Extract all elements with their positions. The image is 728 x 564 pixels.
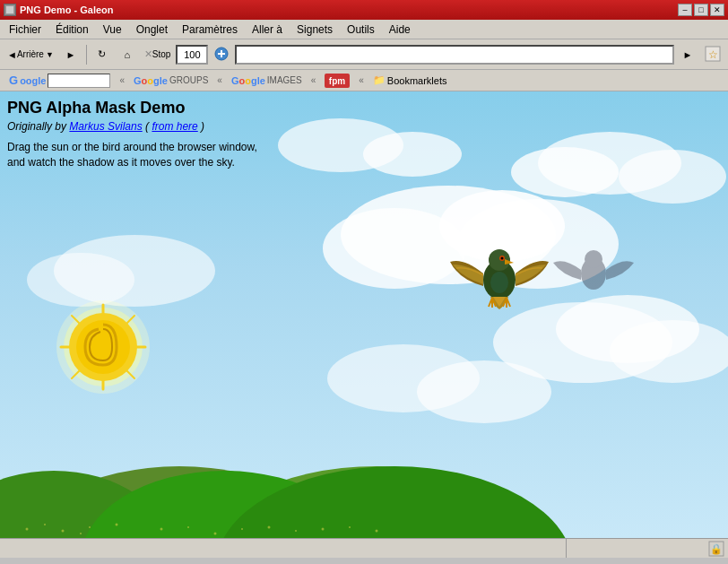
menu-aller-a[interactable]: Aller à [245,22,290,38]
window-title: PNG Demo - Galeon [20,4,114,15]
home-icon: ⌂ [125,49,131,60]
svg-point-56 [241,528,243,530]
page-title: PNG Alpha Mask Demo [7,99,185,117]
minimize-button[interactable]: – [678,4,692,16]
svg-point-55 [214,533,217,535]
bookmark-bookmarklets[interactable]: 📁 Bookmarklets [368,73,453,88]
stop-button[interactable]: ✕ Stop [141,43,175,66]
titlebar: PNG Demo - Galeon – □ ✕ [0,0,728,20]
instructions-line1: Drag the sun or the bird around the brow… [7,141,257,153]
menu-parametres[interactable]: Paramètres [175,22,245,38]
instructions: Drag the sun or the bird around the brow… [7,140,257,170]
google-logo: G [9,74,18,87]
toolbar-separator-1 [86,45,87,65]
separator-arrow-4: « [359,75,364,85]
url-input[interactable]: http://www.mozilla.org/start/1.0/demos/e… [235,45,674,65]
dropdown-icon[interactable]: ▼ [46,50,54,59]
home-button[interactable]: ⌂ [116,43,139,66]
svg-point-48 [44,524,46,525]
svg-point-13 [511,147,619,197]
google-groups-logo: Google [134,75,168,86]
go-arrow-icon: ► [683,49,693,60]
svg-point-15 [363,132,462,177]
menu-vue[interactable]: Vue [96,22,129,38]
toolbar: ◄ Arrière ▼ ► ↻ ⌂ ✕ Stop http://www.mozi… [0,39,728,70]
svg-text:☆: ☆ [708,48,718,61]
svg-point-53 [160,528,163,531]
bookmark-google-groups[interactable]: Google GROUPS [128,74,213,88]
svg-point-57 [268,526,271,529]
groups-label: GROUPS [169,75,208,85]
svg-point-52 [80,533,82,534]
bookmarklets-label: Bookmarklets [387,75,447,86]
svg-point-49 [62,530,65,533]
back-icon: ◄ [7,49,17,60]
eagle-element[interactable] [446,230,553,320]
svg-point-51 [116,524,118,526]
menu-edition[interactable]: Édition [48,22,96,38]
titlebar-left: PNG Demo - Galeon [4,4,114,16]
titlebar-buttons[interactable]: – □ ✕ [678,4,724,16]
svg-point-39 [490,272,508,293]
bookmark-fpm[interactable]: fpm [319,72,355,90]
shadow-bird [553,239,634,302]
svg-point-47 [26,528,29,531]
menu-aide[interactable]: Aide [382,22,418,38]
bookmark-star-button[interactable]: ☆ [701,43,724,66]
statusbar: 🔒 [0,538,728,558]
stop-icon: ✕ [144,48,152,60]
separator-arrow-2: « [217,75,222,85]
author-prefix: Originally by [7,120,69,133]
bookmark-icon [214,47,229,63]
svg-text:fpm: fpm [329,76,345,86]
google-label: oogle [20,75,46,86]
status-icon: 🔒 [708,541,724,557]
bookmarks-bar: G oogle « Google GROUPS « Google IMAGES … [0,70,728,91]
menu-outils[interactable]: Outils [340,22,382,38]
separator-arrow-1: « [119,75,125,85]
svg-text:🔒: 🔒 [710,542,723,555]
bookmark-google-images[interactable]: Google IMAGES [226,74,308,88]
from-here-link[interactable]: from here [152,120,197,133]
google-images-logo: Google [231,75,265,86]
svg-point-20 [556,295,699,363]
zoom-input[interactable] [176,45,208,65]
author-line: Originally by Markus Svilans ( from here… [7,120,204,133]
google-input [48,74,110,88]
svg-point-12 [619,150,726,204]
svg-point-50 [89,526,91,528]
close-button[interactable]: ✕ [710,4,724,16]
forward-button[interactable]: ► [59,43,82,66]
hills-layer [0,412,728,538]
bookmark-google[interactable]: G oogle [4,72,116,90]
url-go-button[interactable]: ► [676,43,699,66]
svg-point-60 [349,526,351,528]
reload-icon: ↻ [98,48,106,60]
reload-button[interactable]: ↻ [91,43,114,66]
content-area: PNG Alpha Mask Demo Originally by Markus… [0,91,728,538]
folder-icon: 📁 [373,74,386,86]
menu-fichier[interactable]: Fichier [2,22,48,38]
svg-point-61 [376,530,378,533]
menu-onglet[interactable]: Onglet [129,22,175,38]
maximize-button[interactable]: □ [694,4,708,16]
svg-point-38 [501,257,504,260]
status-right: 🔒 [567,539,728,558]
menubar: Fichier Édition Vue Onglet Paramètres Al… [0,20,728,39]
menu-signets[interactable]: Signets [290,22,340,38]
app-icon [4,4,16,16]
instructions-line2: and watch the shadow as it moves over th… [7,156,235,169]
svg-point-54 [187,526,189,528]
google-search-input[interactable] [48,74,110,88]
go-icon[interactable] [210,43,233,66]
images-label: IMAGES [267,75,302,85]
forward-icon: ► [65,49,75,60]
fpm-logo: fpm [325,74,350,88]
svg-point-41 [585,250,602,268]
author-link[interactable]: Markus Svilans [69,120,142,133]
sun-element[interactable] [54,298,152,396]
back-button[interactable]: ◄ Arrière ▼ [4,43,57,66]
svg-rect-1 [6,6,13,13]
svg-point-59 [322,528,325,531]
separator-arrow-3: « [311,75,316,85]
